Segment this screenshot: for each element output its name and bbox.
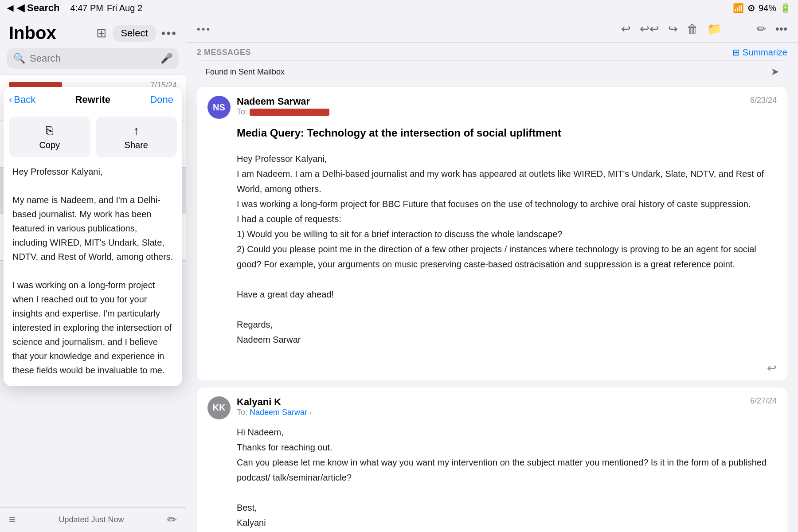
email-area: ••• ↩ ↩↩ ↪ 🗑 📁 ✏ ••• 2 MESSAGES ⊞ Summar…	[186, 16, 798, 532]
search-bar: 🔍 🎤	[7, 48, 179, 69]
rewrite-title: Rewrite	[75, 94, 110, 106]
email-to-line-1: To:	[237, 107, 744, 117]
email-body-2: Hi Nadeem, Thanks for reaching out. Can …	[197, 425, 787, 532]
sidebar-bottom: ≡ Updated Just Now ✏	[0, 507, 186, 532]
email-to-line-2: To: Nadeem Sarwar ›	[237, 408, 744, 417]
send-icon: ➤	[771, 66, 779, 78]
rewrite-actions: ⎘ Copy ↑ Share	[4, 111, 182, 157]
email-header-1: NS Nadeem Sarwar To: 6/23/24	[197, 87, 787, 124]
updated-text: Updated Just Now	[59, 515, 124, 524]
toolbar-dots: •••	[197, 23, 211, 35]
compose-icon[interactable]: ✏	[167, 513, 177, 527]
rewrite-overlay: ‹ Back Rewrite Done ⎘ Copy ↑ Share He	[4, 87, 182, 386]
copy-button[interactable]: ⎘ Copy	[9, 117, 90, 157]
email-meta-1: Nadeem Sarwar To:	[237, 96, 744, 117]
status-bar: ◀ ◀ Search 4:47 PM Fri Aug 2 📶 ⊙ 94% 🔋	[0, 0, 798, 16]
signal-icon: ⊙	[747, 3, 755, 13]
rewrite-back-button[interactable]: ‹ Back	[9, 94, 35, 106]
chevron-left-icon: ‹	[9, 94, 12, 106]
reply-icon[interactable]: ↩	[767, 361, 777, 375]
email-body-1: Media Query: Technology at the intersect…	[197, 124, 787, 356]
forward-button[interactable]: ↪	[668, 22, 678, 36]
email-toolbar-right: ↩ ↩↩ ↪ 🗑 📁 ✏ •••	[621, 22, 787, 36]
status-time: 4:47 PM	[70, 3, 103, 13]
main-layout: Inbox ⊞ Select ••• 🔍 🎤 7/15/24	[0, 16, 798, 532]
email-date-1: 6/23/24	[750, 96, 777, 105]
avatar-kk: KK	[207, 396, 231, 419]
email-card-2: KK Kalyani K To: Nadeem Sarwar › 6/27/24…	[197, 387, 787, 532]
messages-header: 2 MESSAGES ⊞ Summarize	[186, 43, 798, 60]
email-thread: Found in Sent Mailbox ➤ NS Nadeem Sarwar…	[186, 60, 798, 532]
reply-button[interactable]: ↩	[621, 22, 631, 36]
summarize-icon: ⊞	[732, 47, 740, 58]
battery-icon: 🔋	[780, 3, 791, 13]
mic-icon[interactable]: 🎤	[160, 53, 172, 64]
more-button[interactable]: •••	[775, 22, 787, 36]
battery-percent: 94%	[759, 3, 776, 13]
search-input[interactable]	[30, 53, 156, 64]
sidebar-header-actions: ⊞ Select •••	[96, 25, 177, 42]
found-banner: Found in Sent Mailbox ➤	[197, 60, 787, 83]
sidebar-header: Inbox ⊞ Select •••	[0, 16, 186, 47]
folder-button[interactable]: 📁	[707, 22, 721, 36]
email-toolbar: ••• ↩ ↩↩ ↪ 🗑 📁 ✏ •••	[186, 16, 798, 43]
email-from-2: Kalyani K	[237, 396, 744, 408]
avatar-ns: NS	[207, 96, 231, 119]
status-search-text: ◀ Search	[17, 2, 60, 14]
email-card-1: NS Nadeem Sarwar To: 6/23/24 Media Query…	[197, 87, 787, 380]
email-from-1: Nadeem Sarwar	[237, 96, 744, 107]
sidebar-panel-btn[interactable]: ⊞	[96, 26, 107, 40]
summarize-button[interactable]: ⊞ Summarize	[732, 47, 787, 58]
rewrite-nav: ‹ Back Rewrite Done	[4, 87, 182, 111]
email-meta-2: Kalyani K To: Nadeem Sarwar ›	[237, 396, 744, 417]
back-arrow-icon: ◀	[7, 3, 13, 13]
search-icon: 🔍	[13, 53, 25, 64]
select-button[interactable]: Select	[113, 25, 156, 42]
trash-button[interactable]: 🗑	[687, 22, 698, 36]
status-right: 📶 ⊙ 94% 🔋	[733, 3, 791, 13]
status-date: Fri Aug 2	[107, 3, 142, 13]
share-icon: ↑	[133, 124, 139, 137]
status-left: ◀ ◀ Search 4:47 PM Fri Aug 2	[7, 2, 142, 14]
email-date-2: 6/27/24	[750, 396, 777, 406]
copy-icon: ⎘	[46, 124, 53, 137]
email-to-name-2: Nadeem Sarwar	[250, 408, 309, 417]
compose-button[interactable]: ✏	[757, 22, 767, 36]
found-text: Found in Sent Mailbox	[205, 67, 285, 77]
messages-count: 2 MESSAGES	[197, 48, 251, 57]
email-subject-1: Media Query: Technology at the intersect…	[237, 124, 777, 142]
sidebar-title: Inbox	[9, 23, 56, 43]
rewrite-done-button[interactable]: Done	[150, 94, 173, 106]
chevron-right-icon: ›	[309, 409, 312, 416]
email-reply-area: ↩	[197, 356, 787, 380]
filter-icon[interactable]: ≡	[9, 513, 16, 527]
share-button[interactable]: ↑ Share	[96, 117, 177, 157]
email-header-2: KK Kalyani K To: Nadeem Sarwar › 6/27/24	[197, 387, 787, 425]
reply-all-button[interactable]: ↩↩	[640, 22, 659, 36]
wifi-icon: 📶	[733, 3, 744, 13]
rewrite-body: Hey Professor Kalyani, My name is Nadeem…	[4, 157, 182, 377]
sidebar: Inbox ⊞ Select ••• 🔍 🎤 7/15/24	[0, 16, 186, 532]
more-options-button[interactable]: •••	[161, 26, 177, 40]
